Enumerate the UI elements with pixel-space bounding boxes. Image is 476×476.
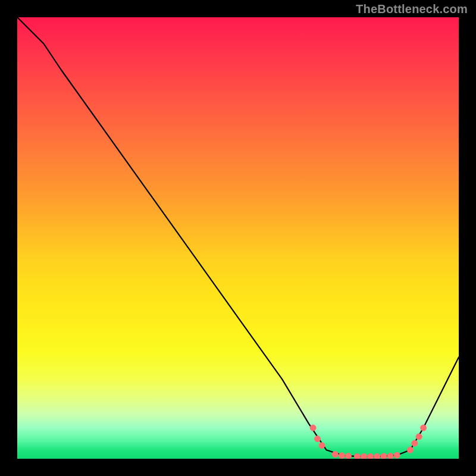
curve-marker: [412, 440, 418, 446]
curve-marker: [387, 453, 393, 459]
curve-marker: [381, 453, 387, 459]
curve-marker: [407, 447, 413, 453]
curve-marker: [394, 452, 400, 458]
curve-marker: [332, 452, 338, 458]
attribution-label: TheBottleneck.com: [356, 2, 468, 16]
curve-marker: [319, 443, 325, 449]
curve-marker: [354, 453, 360, 459]
marker-group: [310, 425, 427, 459]
curve-marker: [421, 425, 427, 431]
curve-marker: [310, 425, 316, 431]
curve-marker: [315, 436, 321, 442]
curve-marker: [339, 453, 345, 459]
curve-marker: [368, 453, 374, 459]
chart-svg: [17, 17, 459, 459]
curve-marker: [361, 453, 367, 459]
curve-marker: [374, 453, 380, 459]
curve-marker: [346, 453, 352, 459]
curve-marker: [416, 434, 422, 440]
bottleneck-curve: [17, 17, 459, 456]
chart-frame: TheBottleneck.com: [0, 0, 476, 476]
plot-area: [17, 17, 459, 459]
